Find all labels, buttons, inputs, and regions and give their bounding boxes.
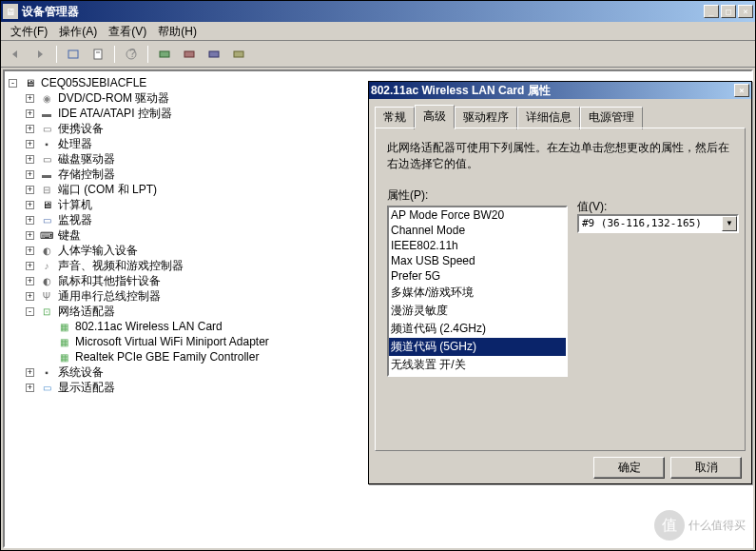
value-label: 值(V): xyxy=(577,199,607,215)
help-button[interactable]: ? xyxy=(121,44,142,65)
dialog-title: 802.11ac Wireless LAN Card 属性 xyxy=(371,83,734,99)
close-button[interactable]: × xyxy=(738,5,753,18)
tree-toggle[interactable]: + xyxy=(26,231,34,240)
value-text: #9 (36-116,132-165) xyxy=(579,216,722,231)
tree-label: Microsoft Virtual WiFi Miniport Adapter xyxy=(73,335,271,348)
toolbar: ? xyxy=(1,41,755,68)
property-item[interactable]: AP Mode Force BW20 xyxy=(389,207,566,223)
tree-label: 端口 (COM 和 LPT) xyxy=(56,182,159,198)
tree-toggle[interactable]: + xyxy=(26,109,34,118)
properties-button[interactable] xyxy=(87,44,108,65)
tree-toggle[interactable]: + xyxy=(26,246,34,255)
storage-icon xyxy=(39,167,54,181)
minimize-button[interactable]: _ xyxy=(704,5,719,18)
property-label: 属性(P): xyxy=(387,187,733,204)
dialog-titlebar[interactable]: 802.11ac Wireless LAN Card 属性 × xyxy=(369,82,751,99)
tree-toggle[interactable]: + xyxy=(26,368,34,377)
back-button[interactable] xyxy=(5,44,26,65)
tree-label: 磁盘驱动器 xyxy=(56,151,117,167)
property-item[interactable]: Channel Mode xyxy=(389,223,566,238)
tree-toggle[interactable]: + xyxy=(26,140,34,148)
uninstall-button[interactable] xyxy=(204,44,224,65)
tab-general[interactable]: 常规 xyxy=(375,107,415,129)
property-item[interactable]: 无线装置 开/关 xyxy=(389,356,566,374)
tree-label: 便携设备 xyxy=(56,121,106,137)
tree-label: CEQ05SJEBIACFLE xyxy=(39,76,148,89)
svg-rect-0 xyxy=(68,50,78,58)
tab-details[interactable]: 详细信息 xyxy=(517,107,580,129)
property-item[interactable]: 频道代码 (5GHz) xyxy=(389,338,566,356)
svg-rect-6 xyxy=(184,51,194,57)
property-item[interactable]: 漫游灵敏度 xyxy=(389,302,566,320)
mouse-icon xyxy=(39,244,54,257)
tree-label: 键盘 xyxy=(56,227,83,244)
tab-driver[interactable]: 驱动程序 xyxy=(455,107,517,129)
property-item[interactable]: 多媒体/游戏环境 xyxy=(389,284,566,302)
combo-dropdown-button[interactable]: ▼ xyxy=(722,216,737,231)
netcard-icon xyxy=(56,320,71,333)
cancel-button[interactable]: 取消 xyxy=(670,457,742,479)
tree-toggle[interactable]: + xyxy=(26,94,34,103)
tree-toggle[interactable]: + xyxy=(26,125,34,133)
watermark-text: 什么值得买 xyxy=(688,518,746,534)
tree-label: 人体学输入设备 xyxy=(56,243,140,259)
scan-hardware-button[interactable] xyxy=(154,44,175,65)
tab-power[interactable]: 电源管理 xyxy=(580,107,643,129)
tree-label: 系统设备 xyxy=(56,364,106,381)
property-item[interactable]: Max USB Speed xyxy=(389,253,566,268)
disk-icon xyxy=(39,152,54,166)
audio-icon xyxy=(39,259,54,272)
device-icon xyxy=(39,122,54,135)
property-item[interactable]: IEEE802.11h xyxy=(389,238,566,253)
menu-view[interactable]: 查看(V) xyxy=(103,22,152,40)
tree-label: 鼠标和其他指针设备 xyxy=(56,273,163,289)
titlebar[interactable]: 🖥 设备管理器 _ □ × xyxy=(1,1,755,22)
mouse-icon xyxy=(39,274,54,287)
svg-rect-8 xyxy=(234,51,243,57)
menu-action[interactable]: 操作(A) xyxy=(53,22,103,40)
tree-toggle[interactable]: + xyxy=(26,155,34,164)
tree-toggle[interactable]: + xyxy=(26,186,34,194)
tree-label: Realtek PCIe GBE Family Controller xyxy=(73,350,261,364)
port-icon xyxy=(39,183,54,196)
svg-rect-5 xyxy=(160,51,169,57)
forward-button[interactable] xyxy=(29,44,50,65)
tab-advanced[interactable]: 高级 xyxy=(415,105,455,128)
tree-toggle[interactable]: - xyxy=(26,307,34,316)
menu-file[interactable]: 文件(F) xyxy=(5,22,53,40)
storage-icon xyxy=(39,107,54,120)
menu-help[interactable]: 帮助(H) xyxy=(152,22,203,40)
tree-toggle[interactable]: + xyxy=(26,201,34,209)
device-manager-window: 🖥 设备管理器 _ □ × 文件(F) 操作(A) 查看(V) 帮助(H) ? … xyxy=(0,0,756,551)
value-combobox[interactable]: #9 (36-116,132-165) ▼ xyxy=(577,214,739,233)
usb-icon xyxy=(39,289,54,303)
property-item[interactable]: 频道代码 (2.4GHz) xyxy=(389,320,566,338)
show-hide-console-button[interactable] xyxy=(63,44,84,65)
refresh-button[interactable] xyxy=(179,44,200,65)
tree-toggle[interactable]: + xyxy=(26,170,34,179)
tab-panel: 此网络适配器可使用下列属性。在左边单击您想更改的属性，然后在右边选择它的值。 属… xyxy=(375,128,746,451)
tree-toggle[interactable]: + xyxy=(26,277,34,285)
tree-label: 显示适配器 xyxy=(56,380,117,396)
netcard-icon xyxy=(56,350,71,364)
app-icon: 🖥 xyxy=(3,4,18,19)
update-driver-button[interactable] xyxy=(228,44,249,65)
property-listbox[interactable]: AP Mode Force BW20Channel ModeIEEE802.11… xyxy=(387,206,568,377)
tree-toggle[interactable]: + xyxy=(26,262,34,270)
tree-label: 声音、视频和游戏控制器 xyxy=(56,258,185,274)
maximize-button[interactable]: □ xyxy=(721,5,736,18)
computer-icon xyxy=(39,198,54,211)
netcard-icon xyxy=(56,335,71,348)
tree-toggle[interactable]: + xyxy=(26,384,34,392)
svg-rect-1 xyxy=(94,49,102,59)
dialog-close-button[interactable]: × xyxy=(734,84,749,97)
tree-toggle[interactable]: + xyxy=(26,216,34,225)
tree-toggle[interactable]: - xyxy=(9,79,17,88)
chip-icon xyxy=(39,137,54,150)
property-item[interactable]: Prefer 5G xyxy=(389,268,566,284)
watermark-icon: 值 xyxy=(654,510,685,541)
ok-button[interactable]: 确定 xyxy=(593,457,665,479)
tree-label: 存储控制器 xyxy=(56,167,117,183)
tree-toggle[interactable]: + xyxy=(26,292,34,301)
tree-label: 网络适配器 xyxy=(56,304,117,320)
